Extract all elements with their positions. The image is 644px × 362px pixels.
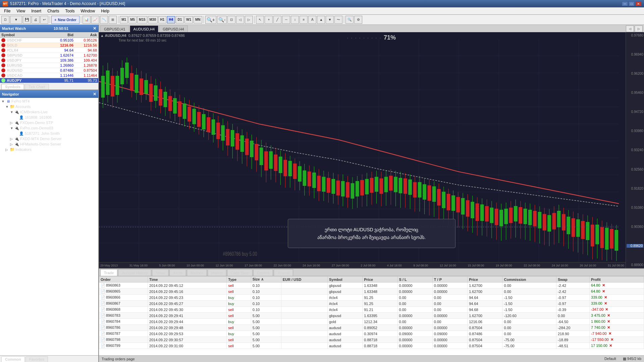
col-price2[interactable]: Price [468,277,502,283]
col-time[interactable]: Time [148,277,227,283]
toolbar-save[interactable]: 💾 [23,16,31,24]
toolbar-chart4[interactable]: ⊞ [109,16,117,24]
chart-tab-scroll-left[interactable]: ◁ [626,25,634,32]
close-order-icon[interactable]: ✕ [604,301,607,305]
chart-tab-scroll-right[interactable]: ▷ [635,25,643,32]
tab-market[interactable]: Market [208,269,226,276]
tab-trade[interactable]: Trade [100,269,117,276]
toolbar-zoomout[interactable]: 🔍- [217,16,227,24]
nav-fxpro-mt4[interactable]: ▼ 🖥 FxPro MT4 [1,99,98,104]
toolbar-chart3[interactable]: 📉 [100,16,108,24]
close-order-icon[interactable]: ✕ [602,289,605,293]
tf-m30[interactable]: M30 [148,16,158,23]
tab-news[interactable]: News [152,269,169,276]
toolbar-settings[interactable]: ⚙ [354,16,362,24]
mw-row-usdchf[interactable]: USDCHF 0.95105 0.95126 [0,38,98,43]
menu-window[interactable]: Window [78,8,98,14]
market-watch-close[interactable]: ✕ [93,26,96,31]
close-order-icon[interactable]: ✕ [605,307,608,311]
nav-account-161808[interactable]: 👤 161808: 161808 [1,115,98,120]
chart-tab-gbpusd-h1[interactable]: GBPUSD,H1 [100,25,129,32]
col-sl[interactable]: S / L [397,277,432,283]
close-order-icon[interactable]: ✕ [610,338,613,342]
toolbar-zoomin[interactable]: 🔍+ [205,16,216,24]
toolbar-auto[interactable]: ⊡ [227,16,235,24]
mw-tab-tick-chart[interactable]: Tick Chart [25,84,49,89]
close-button[interactable]: ✕ [635,1,641,6]
tab-alerts[interactable]: Alerts [169,269,186,276]
toolbar-hline[interactable]: ─ [282,16,290,24]
new-order-button[interactable]: + New Order [51,16,79,24]
menu-file[interactable]: File [1,8,13,14]
toolbar-undo[interactable]: ↩ [40,16,48,24]
close-order-icon[interactable]: ✕ [607,313,610,317]
mw-row-clx4[interactable]: #CLX4 94.64 94.68 [0,48,98,53]
toolbar-scroll[interactable]: ◁ [236,16,244,24]
close-order-icon[interactable]: ✕ [602,283,605,287]
mw-row-usdjpy[interactable]: USDJPY 109.386 109.404 [0,58,98,63]
minimize-button[interactable]: ─ [622,1,628,6]
col-size[interactable]: Size ∧ [251,277,281,283]
tf-h4[interactable]: H4 [167,16,175,23]
mw-row-audusd[interactable]: AUDUSD 0.87486 0.87504 [0,68,98,73]
mw-row-usdcad[interactable]: USDCAD 1.11446 1.11464 [0,73,98,78]
nav-tab-common[interactable]: Common [1,356,25,362]
toolbar-text[interactable]: A [308,16,316,24]
close-order-icon[interactable]: ✕ [607,319,610,323]
mw-row-gold[interactable]: GOLD 1216.06 1216.56 [0,43,98,48]
nav-fxpro-demo03[interactable]: ▼ 🔌 FxPro.com-Demo03 [1,125,98,131]
maximize-button[interactable]: □ [629,1,635,6]
tf-m5[interactable]: M5 [128,16,137,23]
toolbar-wave[interactable]: 〜 [334,16,342,24]
tf-d1[interactable]: D1 [176,16,184,23]
col-price[interactable]: Price [363,277,397,283]
menu-charts[interactable]: Charts [45,8,62,14]
nav-hfmarkets[interactable]: ▷ 🔌 HFMarkets-Demo Server [1,141,98,147]
menu-insert[interactable]: Insert [29,8,44,14]
nav-tab-favorites[interactable]: Favorites [25,356,48,362]
tab-mailbox[interactable]: Mailbox [187,269,207,276]
tf-m15[interactable]: M15 [137,16,147,23]
toolbar-open[interactable]: ▼ [10,16,22,24]
col-profit[interactable]: Profit [590,277,644,283]
mw-row-audjpy[interactable]: AUDJPY 95.71 95.73 [0,78,98,83]
toolbar-period[interactable]: ↕ [291,16,299,24]
nav-account-5187271[interactable]: 👤 5187271: John Smith [1,131,98,136]
toolbar-up[interactable]: ▲ [317,16,325,24]
toolbar-fibline[interactable]: ≡ [300,16,308,24]
nav-icmbrokers[interactable]: ▼ 🔌 ICMBrokers-Live [1,109,98,115]
mw-row-eurusd[interactable]: EURUSD 1.26860 1.26878 [0,63,98,68]
col-eur-usd[interactable]: EUR / USD [281,277,327,283]
nav-indicators[interactable]: ▷ 📁 Indicators [1,147,98,152]
mw-row-gbpusd[interactable]: GBPUSD 1.62674 1.62700 [0,53,98,58]
col-order[interactable]: Order [99,277,148,283]
mw-tab-symbols[interactable]: Symbols [1,84,24,89]
toolbar-cross[interactable]: + [265,16,273,24]
nav-accounts[interactable]: ▼ 📁 Accounts [1,104,98,109]
nav-fxdd[interactable]: ▷ 🔌 FXDD-MT4 Demo Server [1,136,98,141]
toolbar-dn[interactable]: ▼ [326,16,334,24]
tf-h1[interactable]: H1 [158,16,166,23]
window-controls[interactable]: ─ □ ✕ [622,1,641,6]
menu-help[interactable]: Help [98,8,112,14]
toolbar-chart1[interactable]: 📊 [83,16,91,24]
col-swap[interactable]: Swap [556,277,589,283]
toolbar-cursor[interactable]: ↖ [256,16,264,24]
tab-code-base[interactable]: Code Base [227,269,253,276]
toolbar-line[interactable]: ╱ [273,16,281,24]
toolbar-search[interactable]: 🔍 [345,16,354,24]
tab-experts[interactable]: Experts [253,269,273,276]
close-order-icon[interactable]: ✕ [608,331,611,336]
chart-tab-audusd-h4[interactable]: AUDUSD,H4 [130,25,159,32]
chart-tab-gbpusd-h4[interactable]: GBPUSD,H4 [159,25,188,32]
menu-view[interactable]: View [14,8,28,14]
col-type[interactable]: Type [227,277,251,283]
navigator-close[interactable]: ✕ [93,92,96,97]
tab-account-history[interactable]: Account History [118,269,151,276]
tf-w1[interactable]: W1 [184,16,193,23]
toolbar-new[interactable]: 🗋 [1,16,9,24]
tf-mn[interactable]: MN [194,16,202,23]
toolbar-chart2[interactable]: 📈 [91,16,99,24]
toolbar-print[interactable]: 🖨 [32,16,40,24]
tab-journal[interactable]: Journal [274,269,293,276]
